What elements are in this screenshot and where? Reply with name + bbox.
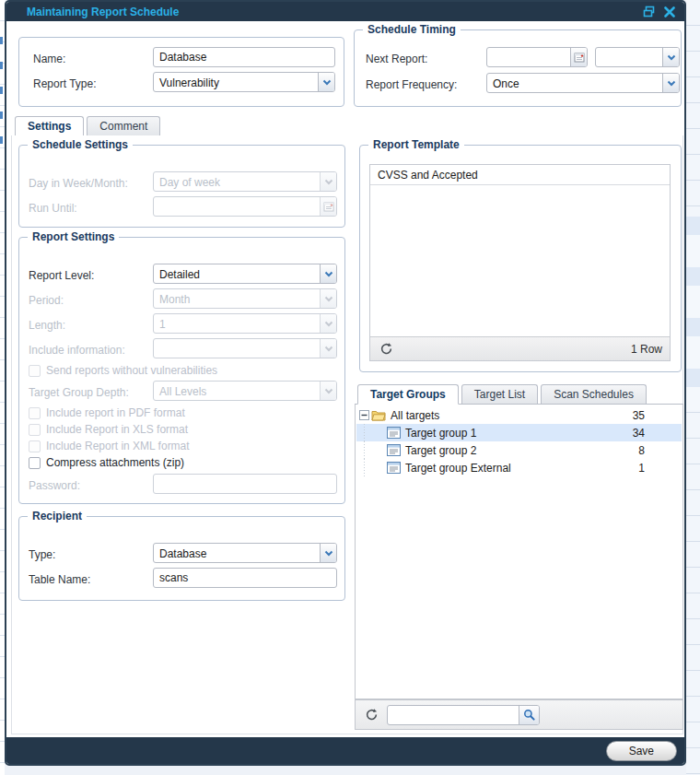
name-input[interactable] [153,47,335,67]
report-frequency-select[interactable]: Once [486,73,680,93]
run-until-date-field [153,196,337,217]
include-information-label: Include information: [29,344,125,357]
password-label: Password: [29,479,80,492]
send-without-vulns-checkbox: Send reports without vulnerabilities [29,364,217,377]
search-icon[interactable] [519,706,539,724]
checkbox-icon [29,440,41,452]
chevron-down-icon[interactable] [662,74,679,92]
schedule-settings-fieldset: Schedule Settings Day in Week/Month: Day… [18,145,345,228]
tree-item-all-targets[interactable]: All targets 35 [356,406,682,424]
chevron-down-icon [320,289,336,308]
include-pdf-checkbox: Include report in PDF format [29,406,185,419]
period-label: Period: [29,294,64,307]
target-search-input[interactable] [387,705,540,725]
chevron-down-icon[interactable] [320,264,336,283]
maintaining-report-schedule-dialog: Maintaining Report Schedule Name: Report… [5,0,686,766]
background-page-right [686,0,700,775]
refresh-icon[interactable] [363,707,379,723]
day-in-week-month-label: Day in Week/Month: [29,177,128,190]
report-frequency-label: Report Frequency: [366,78,457,91]
chevron-down-icon[interactable] [318,73,334,91]
target-group-list-icon [387,444,401,456]
report-type-select[interactable]: Vulnerability [153,72,335,92]
tab-settings[interactable]: Settings [15,116,84,136]
tree-item-target-group-external[interactable]: Target group External 1 [356,459,682,476]
tree-count: 1 [638,462,645,475]
tab-scan-schedules[interactable]: Scan Schedules [541,384,647,404]
include-information-select [153,338,337,358]
report-level-select[interactable]: Detailed [153,264,337,284]
report-settings-fieldset: Report Settings Report Level: Detailed P… [18,237,345,504]
refresh-icon[interactable] [378,341,394,358]
tab-target-groups[interactable]: Target Groups [357,384,459,405]
target-group-depth-label: Target Group Depth: [29,386,129,399]
name-label: Name: [33,53,65,65]
recipient-type-select[interactable]: Database [153,543,337,563]
table-name-label: Table Name: [29,573,90,586]
folder-open-icon [371,409,386,421]
tree-count: 35 [633,409,645,422]
tree-item-target-group-1[interactable]: Target group 1 34 [356,424,682,441]
dialog-footer: Save [6,737,684,764]
checkbox-icon [29,365,41,377]
checkbox-icon[interactable] [29,457,41,469]
report-type-label: Report Type: [33,77,96,90]
chevron-down-icon [320,314,336,333]
report-template-row[interactable]: CVSS and Accepted [370,165,670,185]
recipient-fieldset: Recipient Type: Database Table Name: [18,516,345,601]
length-select: 1 [153,313,337,334]
target-tabstrip: Target Groups Target List Scan Schedules [355,382,683,405]
chevron-down-icon [320,382,336,400]
report-settings-legend: Report Settings [28,230,119,243]
length-label: Length: [29,319,65,332]
target-group-list-icon [387,427,401,439]
checkbox-icon [29,424,41,436]
tab-target-list[interactable]: Target List [461,384,538,404]
save-button[interactable]: Save [606,741,677,761]
chevron-down-icon [320,172,336,191]
dialog-title: Maintaining Report Schedule [27,6,179,18]
target-group-depth-select: All Levels [153,381,337,401]
tree-count: 8 [638,444,645,457]
target-group-list-icon [387,462,401,474]
main-tabstrip: Settings Comment [11,115,683,136]
report-template-fieldset: Report Template CVSS and Accepted 1 Row [359,145,682,372]
compress-zip-checkbox[interactable]: Compress attachments (zip) [29,456,184,469]
dialog-titlebar[interactable]: Maintaining Report Schedule [6,2,684,21]
report-level-label: Report Level: [29,269,94,282]
tree-collapse-minus-icon[interactable] [356,410,371,420]
chevron-down-icon [320,339,336,358]
next-report-time-select[interactable] [595,47,680,67]
report-template-list: CVSS and Accepted 1 Row [369,164,671,361]
password-input [153,474,337,494]
checkbox-icon [29,407,41,419]
recipient-legend: Recipient [28,510,87,523]
tree-item-target-group-2[interactable]: Target group 2 8 [356,441,682,459]
row-count-label: 1 Row [631,343,662,356]
report-template-footer: 1 Row [370,336,670,360]
tab-comment[interactable]: Comment [87,116,160,135]
target-panel: Target Groups Target List Scan Schedules… [355,382,683,730]
general-box: Name: Report Type: Vulnerability [18,37,344,107]
calendar-icon [320,197,336,216]
tree-count: 34 [633,427,645,440]
next-report-label: Next Report: [366,53,427,65]
schedule-timing-legend: Schedule Timing [363,23,461,36]
close-icon[interactable] [663,6,676,18]
include-xml-checkbox: Include Report in XML format [29,440,190,452]
restore-window-icon[interactable] [642,6,655,18]
next-report-date-field[interactable] [486,47,588,67]
table-name-input[interactable] [153,568,337,588]
schedule-settings-legend: Schedule Settings [28,138,133,151]
include-xls-checkbox: Include Report in XLS format [29,423,188,436]
day-in-week-month-select: Day of week [153,171,337,192]
target-tree-toolbar [355,699,683,730]
target-groups-tree: All targets 35 Target group 1 34 Target … [355,405,683,699]
run-until-label: Run Until: [29,202,77,215]
calendar-icon[interactable] [570,48,587,66]
chevron-down-icon[interactable] [320,544,336,562]
recipient-type-label: Type: [29,548,55,561]
schedule-timing-fieldset: Schedule Timing Next Report: Report Freq… [354,29,682,107]
chevron-down-icon[interactable] [662,48,679,66]
period-select: Month [153,288,337,309]
